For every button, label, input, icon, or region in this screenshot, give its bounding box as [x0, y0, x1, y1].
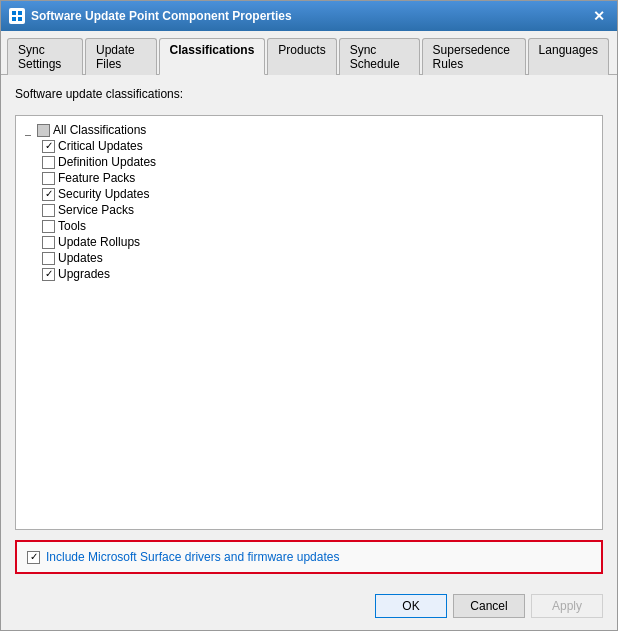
- tab-sync-settings[interactable]: Sync Settings: [7, 38, 83, 75]
- service-packs-checkbox[interactable]: [42, 204, 55, 217]
- tree-item-tools[interactable]: Tools: [22, 218, 596, 234]
- critical-updates-checkbox[interactable]: [42, 140, 55, 153]
- security-updates-label: Security Updates: [58, 187, 149, 201]
- close-button[interactable]: ✕: [589, 6, 609, 26]
- expand-icon[interactable]: ⎯: [22, 124, 34, 136]
- ok-button[interactable]: OK: [375, 594, 447, 618]
- svg-rect-1: [18, 11, 22, 15]
- tree-root: ⎯ All Classifications Critical Updates D…: [22, 122, 596, 282]
- title-bar: Software Update Point Component Properti…: [1, 1, 617, 31]
- critical-updates-label: Critical Updates: [58, 139, 143, 153]
- surface-section: Include Microsoft Surface drivers and fi…: [15, 540, 603, 574]
- svg-rect-2: [12, 17, 16, 21]
- classification-tree: ⎯ All Classifications Critical Updates D…: [15, 115, 603, 530]
- tree-item-service-packs[interactable]: Service Packs: [22, 202, 596, 218]
- surface-label-link[interactable]: and firmware updates: [224, 550, 339, 564]
- section-label: Software update classifications:: [15, 87, 603, 101]
- tab-bar: Sync Settings Update Files Classificatio…: [1, 31, 617, 75]
- security-updates-checkbox[interactable]: [42, 188, 55, 201]
- title-text: Software Update Point Component Properti…: [31, 9, 589, 23]
- window-icon: [9, 8, 25, 24]
- tree-root-item[interactable]: ⎯ All Classifications: [22, 122, 596, 138]
- surface-label-plain: Include Microsoft Surface drivers: [46, 550, 224, 564]
- all-classifications-label: All Classifications: [53, 123, 146, 137]
- service-packs-label: Service Packs: [58, 203, 134, 217]
- tree-item-feature-packs[interactable]: Feature Packs: [22, 170, 596, 186]
- upgrades-label: Upgrades: [58, 267, 110, 281]
- tree-item-upgrades[interactable]: Upgrades: [22, 266, 596, 282]
- main-window: Software Update Point Component Properti…: [0, 0, 618, 631]
- surface-checkbox[interactable]: [27, 551, 40, 564]
- footer: OK Cancel Apply: [1, 586, 617, 630]
- all-classifications-checkbox[interactable]: [37, 124, 50, 137]
- tab-languages[interactable]: Languages: [528, 38, 609, 75]
- update-rollups-checkbox[interactable]: [42, 236, 55, 249]
- definition-updates-checkbox[interactable]: [42, 156, 55, 169]
- apply-button[interactable]: Apply: [531, 594, 603, 618]
- updates-label: Updates: [58, 251, 103, 265]
- tab-classifications[interactable]: Classifications: [159, 38, 266, 75]
- tab-products[interactable]: Products: [267, 38, 336, 75]
- svg-rect-0: [12, 11, 16, 15]
- update-rollups-label: Update Rollups: [58, 235, 140, 249]
- updates-checkbox[interactable]: [42, 252, 55, 265]
- tab-update-files[interactable]: Update Files: [85, 38, 157, 75]
- tree-item-updates[interactable]: Updates: [22, 250, 596, 266]
- content-area: Software update classifications: ⎯ All C…: [1, 75, 617, 586]
- tools-checkbox[interactable]: [42, 220, 55, 233]
- surface-label: Include Microsoft Surface drivers and fi…: [46, 550, 339, 564]
- svg-rect-3: [18, 17, 22, 21]
- feature-packs-label: Feature Packs: [58, 171, 135, 185]
- upgrades-checkbox[interactable]: [42, 268, 55, 281]
- cancel-button[interactable]: Cancel: [453, 594, 525, 618]
- tree-item-security-updates[interactable]: Security Updates: [22, 186, 596, 202]
- tree-item-definition-updates[interactable]: Definition Updates: [22, 154, 596, 170]
- tree-item-critical-updates[interactable]: Critical Updates: [22, 138, 596, 154]
- tab-supersedence-rules[interactable]: Supersedence Rules: [422, 38, 526, 75]
- tree-item-update-rollups[interactable]: Update Rollups: [22, 234, 596, 250]
- tools-label: Tools: [58, 219, 86, 233]
- tab-sync-schedule[interactable]: Sync Schedule: [339, 38, 420, 75]
- definition-updates-label: Definition Updates: [58, 155, 156, 169]
- feature-packs-checkbox[interactable]: [42, 172, 55, 185]
